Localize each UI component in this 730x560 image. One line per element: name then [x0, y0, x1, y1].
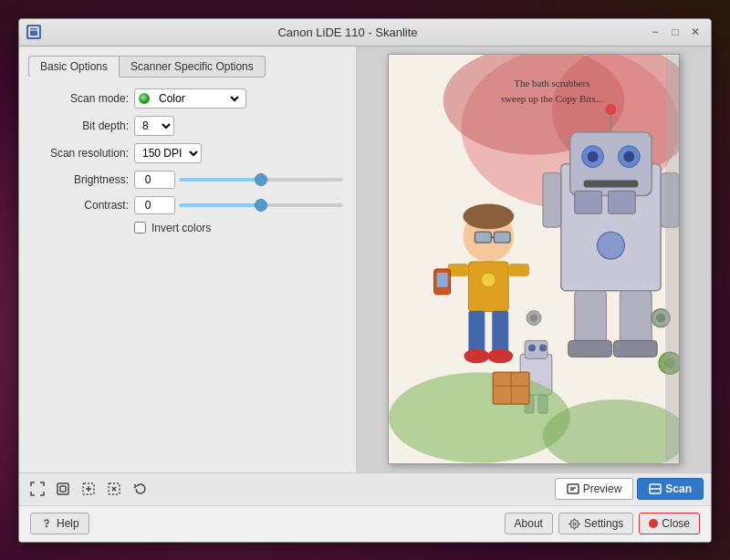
svg-point-27 — [539, 344, 547, 351]
close-footer-button[interactable]: Close — [639, 513, 700, 534]
bit-depth-row: Bit depth: 8 16 — [28, 116, 347, 136]
settings-button[interactable]: Settings — [558, 513, 633, 534]
svg-text:sweep up the Copy Bits...: sweep up the Copy Bits... — [501, 93, 603, 104]
invert-colors-label[interactable]: Invert colors — [151, 222, 211, 234]
svg-rect-59 — [57, 483, 68, 494]
window-close-button[interactable]: ✕ — [687, 24, 704, 40]
scan-button[interactable]: Scan — [637, 478, 704, 500]
svg-rect-19 — [568, 340, 612, 357]
svg-point-67 — [573, 523, 576, 525]
maximize-button[interactable]: □ — [667, 24, 683, 40]
contrast-label: Contrast: — [28, 199, 129, 212]
scan-resolution-row: Scan resolution: 75 DPI 100 DPI 150 DPI … — [28, 143, 347, 163]
select-all-button[interactable] — [78, 478, 99, 500]
svg-rect-21 — [575, 191, 602, 213]
scan-mode-label: Scan mode: — [28, 92, 129, 105]
invert-colors-row: Invert colors — [134, 222, 347, 234]
svg-rect-44 — [437, 273, 448, 287]
footer-bar: Help About Settings Close — [19, 505, 711, 542]
about-button[interactable]: About — [505, 513, 553, 534]
svg-point-42 — [487, 348, 513, 363]
svg-rect-15 — [543, 173, 561, 228]
svg-rect-18 — [620, 291, 652, 346]
left-panel: Basic Options Scanner Specific Options S… — [19, 47, 357, 472]
scan-icon — [649, 482, 662, 495]
titlebar: Canon LiDE 110 - Skanlite − □ ✕ — [19, 19, 711, 47]
svg-point-10 — [588, 151, 599, 162]
zoom-fit-button[interactable] — [26, 478, 48, 500]
svg-text:The bath scrubbers: The bath scrubbers — [514, 78, 589, 88]
brightness-label: Brightness: — [28, 173, 129, 186]
svg-rect-63 — [568, 484, 579, 493]
brightness-row: Brightness: — [28, 171, 347, 189]
help-icon — [40, 517, 53, 530]
tab-scanner-specific[interactable]: Scanner Specific Options — [120, 56, 266, 78]
svg-rect-33 — [494, 232, 510, 243]
svg-rect-20 — [613, 340, 657, 357]
svg-rect-60 — [60, 486, 66, 492]
svg-point-23 — [598, 232, 625, 259]
close-dot-icon — [649, 519, 658, 528]
scan-mode-select[interactable]: Color Gray Black & White — [155, 91, 242, 106]
right-panel: The bath scrubbers sweep up the Copy Bit… — [357, 47, 711, 472]
svg-point-66 — [47, 526, 47, 527]
bottom-toolbar: Preview Scan — [19, 472, 711, 505]
svg-point-31 — [463, 203, 514, 229]
preview-button[interactable]: Preview — [555, 478, 634, 500]
preview-image: The bath scrubbers sweep up the Copy Bit… — [388, 54, 680, 464]
preview-icon — [567, 482, 579, 495]
main-window: Canon LiDE 110 - Skanlite − □ ✕ Basic Op… — [18, 18, 712, 543]
app-icon — [26, 25, 41, 39]
content-area: Basic Options Scanner Specific Options S… — [19, 47, 711, 472]
invert-colors-checkbox[interactable] — [134, 222, 146, 233]
svg-point-14 — [606, 104, 617, 115]
svg-point-26 — [528, 344, 536, 351]
svg-point-41 — [464, 348, 489, 363]
color-dot-icon — [139, 93, 150, 104]
bit-depth-select[interactable]: 8 16 — [134, 116, 174, 136]
svg-point-53 — [530, 315, 537, 322]
scan-resolution-select[interactable]: 75 DPI 100 DPI 150 DPI 200 DPI 300 DPI 6… — [134, 143, 202, 163]
footer-right-buttons: About Settings Close — [505, 513, 700, 534]
scan-resolution-label: Scan resolution: — [28, 147, 129, 160]
svg-rect-22 — [608, 191, 635, 213]
bit-depth-label: Bit depth: — [28, 119, 129, 132]
contrast-control — [134, 196, 347, 214]
rotate-button[interactable] — [129, 478, 151, 500]
svg-rect-38 — [508, 264, 529, 276]
settings-icon — [568, 518, 580, 530]
window-title: Canon LiDE 110 - Skanlite — [48, 26, 647, 39]
options-form: Scan mode: Color Gray Black & White Bit … — [28, 88, 347, 234]
svg-rect-0 — [29, 27, 38, 36]
clear-selection-button[interactable] — [103, 478, 125, 500]
scan-mode-select-wrapper[interactable]: Color Gray Black & White — [134, 88, 246, 109]
svg-rect-58 — [665, 55, 679, 462]
scan-mode-row: Scan mode: Color Gray Black & White — [28, 88, 347, 109]
window-controls: − □ ✕ — [647, 24, 704, 40]
brightness-slider[interactable] — [179, 178, 343, 181]
brightness-input[interactable] — [134, 171, 175, 189]
contrast-input[interactable] — [134, 196, 175, 214]
svg-rect-12 — [584, 181, 639, 188]
drawing-scene: The bath scrubbers sweep up the Copy Bit… — [389, 55, 679, 463]
svg-point-11 — [623, 151, 634, 162]
help-button[interactable]: Help — [30, 513, 89, 534]
tabs: Basic Options Scanner Specific Options — [28, 56, 347, 78]
brightness-control — [134, 171, 347, 189]
svg-point-55 — [656, 314, 665, 323]
svg-point-36 — [481, 273, 495, 287]
zoom-selection-button[interactable] — [52, 478, 74, 500]
contrast-row: Contrast: — [28, 196, 347, 214]
minimize-button[interactable]: − — [647, 24, 663, 40]
svg-rect-17 — [575, 291, 607, 346]
contrast-slider[interactable] — [179, 203, 343, 207]
svg-point-45 — [389, 372, 570, 462]
tab-basic-options[interactable]: Basic Options — [28, 56, 120, 78]
svg-rect-32 — [474, 232, 491, 243]
